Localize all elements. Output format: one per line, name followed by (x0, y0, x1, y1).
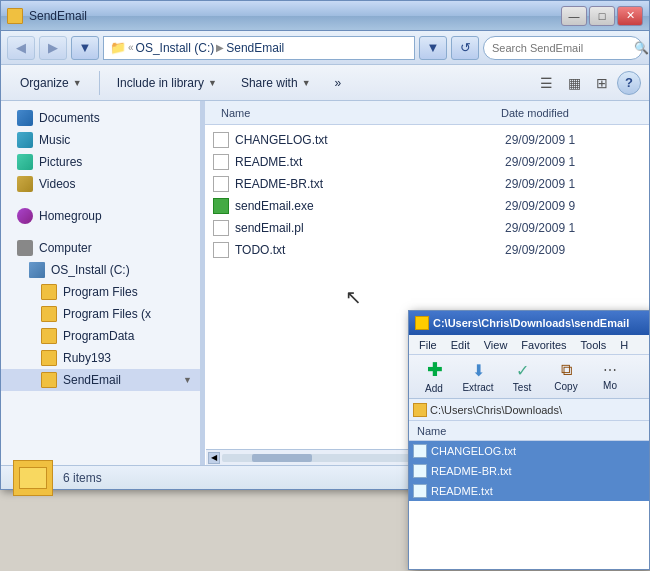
zip-more-button[interactable]: ⋯ Mo (589, 358, 631, 396)
cursor-icon: ↖ (345, 285, 362, 309)
pictures-icon (17, 154, 33, 170)
breadcrumb-folder[interactable]: SendEmail (226, 41, 284, 55)
scroll-indicator-icon: ▼ (183, 375, 192, 385)
zip-test-icon: ✓ (516, 361, 529, 380)
search-icon[interactable]: 🔍 (634, 41, 649, 55)
scroll-thumb[interactable] (252, 454, 312, 462)
zip-copy-button[interactable]: ⧉ Copy (545, 358, 587, 396)
zip-menu-file[interactable]: File (413, 337, 443, 353)
zip-file-list: CHANGELOG.txt README-BR.txt README.txt (409, 441, 649, 501)
zip-menu-tools[interactable]: Tools (575, 337, 613, 353)
file-icon (213, 132, 229, 148)
view-buttons: ☰ ▦ ⊞ (533, 71, 615, 95)
back-button[interactable]: ◀ (7, 36, 35, 60)
sidebar-item-ruby[interactable]: Ruby193 (1, 347, 200, 369)
status-text: 6 items (63, 471, 102, 485)
sidebar-item-pictures[interactable]: Pictures (1, 151, 200, 173)
sidebar: Documents Music Pictures Videos H (1, 101, 201, 467)
zip-file-icon (413, 444, 427, 458)
breadcrumb: 📁 « OS_Install (C:) ▶ SendEmail (110, 40, 284, 55)
sidebar-item-videos[interactable]: Videos (1, 173, 200, 195)
dropdown-path-button[interactable]: ▼ (419, 36, 447, 60)
include-library-button[interactable]: Include in library ▼ (106, 69, 228, 97)
include-library-chevron-icon: ▼ (208, 78, 217, 88)
close-button[interactable]: ✕ (617, 6, 643, 26)
view-grid-button[interactable]: ⊞ (589, 71, 615, 95)
address-bar: ◀ ▶ ▼ 📁 « OS_Install (C:) ▶ SendEmail ▼ … (1, 31, 649, 65)
share-with-button[interactable]: Share with ▼ (230, 69, 322, 97)
sidebar-item-drive[interactable]: OS_Install (C:) (1, 259, 200, 281)
zip-menu-bar: File Edit View Favorites Tools H (409, 335, 649, 355)
share-with-chevron-icon: ▼ (302, 78, 311, 88)
column-name-header[interactable]: Name (213, 105, 493, 121)
zip-add-button[interactable]: ✚ Add (413, 358, 455, 396)
sidebar-item-documents[interactable]: Documents (1, 107, 200, 129)
ruby-icon (41, 350, 57, 366)
scroll-left-button[interactable]: ◀ (208, 452, 220, 464)
breadcrumb-icon: 📁 (110, 40, 126, 55)
music-icon (17, 132, 33, 148)
toolbar: Organize ▼ Include in library ▼ Share wi… (1, 65, 649, 101)
zip-address-icon (413, 403, 427, 417)
zip-window-icon (415, 316, 429, 330)
address-input[interactable]: 📁 « OS_Install (C:) ▶ SendEmail (103, 36, 415, 60)
zip-toolbar: ✚ Add ⬇ Extract ✓ Test ⧉ Copy ⋯ Mo (409, 355, 649, 399)
sidebar-item-program-files-x[interactable]: Program Files (x (1, 303, 200, 325)
content-header: Name Date modified (205, 101, 649, 125)
zip-table-row[interactable]: CHANGELOG.txt (409, 441, 649, 461)
more-button[interactable]: » (324, 69, 353, 97)
dropdown-button[interactable]: ▼ (71, 36, 99, 60)
help-button[interactable]: ? (617, 71, 641, 95)
forward-button[interactable]: ▶ (39, 36, 67, 60)
view-tiles-button[interactable]: ▦ (561, 71, 587, 95)
sidebar-item-homegroup[interactable]: Homegroup (1, 205, 200, 227)
sidebar-item-sendemail[interactable]: SendEmail ▼ (1, 369, 200, 391)
computer-icon (17, 240, 33, 256)
table-row[interactable]: README.txt 29/09/2009 1 (205, 151, 649, 173)
refresh-button[interactable]: ↺ (451, 36, 479, 60)
title-controls: — □ ✕ (561, 6, 643, 26)
table-row[interactable]: sendEmail.pl 29/09/2009 1 (205, 217, 649, 239)
file-icon (213, 176, 229, 192)
window-icon (7, 8, 23, 24)
program-files-icon (41, 284, 57, 300)
sidebar-item-programdata[interactable]: ProgramData (1, 325, 200, 347)
zip-file-icon (413, 484, 427, 498)
zip-menu-favorites[interactable]: Favorites (515, 337, 572, 353)
minimize-button[interactable]: — (561, 6, 587, 26)
zip-test-button[interactable]: ✓ Test (501, 358, 543, 396)
zip-add-icon: ✚ (427, 359, 442, 381)
file-icon (213, 198, 229, 214)
zip-table-row[interactable]: README.txt (409, 481, 649, 501)
breadcrumb-drive[interactable]: OS_Install (C:) (136, 41, 215, 55)
table-row[interactable]: sendEmail.exe 29/09/2009 9 (205, 195, 649, 217)
sendemail-folder-icon (41, 372, 57, 388)
zip-menu-help[interactable]: H (614, 337, 634, 353)
zip-extract-icon: ⬇ (472, 361, 485, 380)
folder-status-icon (13, 460, 53, 496)
drive-icon (29, 262, 45, 278)
zip-menu-edit[interactable]: Edit (445, 337, 476, 353)
zip-table-row[interactable]: README-BR.txt (409, 461, 649, 481)
file-icon (213, 242, 229, 258)
table-row[interactable]: TODO.txt 29/09/2009 (205, 239, 649, 261)
sidebar-item-computer[interactable]: Computer (1, 237, 200, 259)
videos-icon (17, 176, 33, 192)
homegroup-icon (17, 208, 33, 224)
column-date-header[interactable]: Date modified (493, 105, 641, 121)
search-box[interactable]: 🔍 (483, 36, 643, 60)
sidebar-scroll[interactable]: Documents Music Pictures Videos H (1, 101, 200, 467)
toolbar-separator (99, 71, 100, 95)
view-details-button[interactable]: ☰ (533, 71, 559, 95)
organize-button[interactable]: Organize ▼ (9, 69, 93, 97)
zip-copy-icon: ⧉ (561, 361, 572, 379)
table-row[interactable]: README-BR.txt 29/09/2009 1 (205, 173, 649, 195)
sidebar-item-music[interactable]: Music (1, 129, 200, 151)
sidebar-item-program-files[interactable]: Program Files (1, 281, 200, 303)
search-input[interactable] (492, 42, 630, 54)
zip-menu-view[interactable]: View (478, 337, 514, 353)
maximize-button[interactable]: □ (589, 6, 615, 26)
zip-address-bar: C:\Users\Chris\Downloads\ (409, 399, 649, 421)
table-row[interactable]: CHANGELOG.txt 29/09/2009 1 (205, 129, 649, 151)
zip-extract-button[interactable]: ⬇ Extract (457, 358, 499, 396)
